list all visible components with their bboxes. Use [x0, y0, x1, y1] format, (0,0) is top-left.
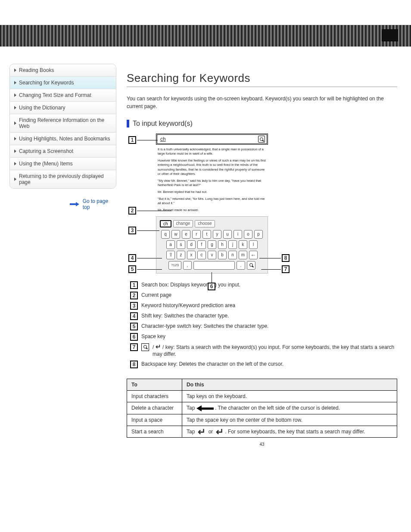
- shift-icon: ⇧: [169, 252, 173, 258]
- backspace-arrow-icon: [196, 405, 214, 411]
- chevron-right-icon: [14, 81, 16, 84]
- key: x: [187, 251, 196, 259]
- device-preview: ch It is a truth universally acknowledge…: [156, 134, 268, 274]
- legend-row: 3 Keyword history/Keyword prediction are…: [130, 302, 397, 310]
- legend-text: Search box: Displays keyword(s) you inpu…: [141, 281, 240, 289]
- suggestion-pill: change: [173, 220, 193, 227]
- key: t: [202, 230, 211, 239]
- legend-row: 7 / ↵ / key: Starts a search with the ke…: [130, 343, 397, 358]
- sample-paragraph: "My dear Mr. Bennet," said his lady to h…: [158, 179, 266, 187]
- chevron-right-icon: [14, 68, 16, 72]
- key: z: [177, 251, 185, 259]
- legend-text: Shift key: Switches the character type.: [141, 312, 229, 320]
- content: Searching for Keywords You can search fo…: [127, 64, 402, 447]
- chevron-right-icon: [14, 137, 16, 140]
- sidebar-item-label: Returning to the previously displayed pa…: [19, 173, 112, 185]
- suggestion-pill: choose: [195, 220, 215, 227]
- sidebar-item-label: Using the (Menu) Items: [19, 161, 73, 167]
- legend-text: Character-type switch key: Switches the …: [141, 323, 268, 330]
- sidebar-item-text-size[interactable]: Changing Text Size and Format: [10, 89, 116, 102]
- legend-text: Current page: [141, 292, 171, 299]
- chevron-right-icon: [14, 149, 16, 153]
- key-row: ⇧ z x c v b n m ←: [158, 251, 266, 259]
- legend-number: 1: [130, 281, 138, 289]
- table-row: Delete a character Tap . The character o…: [127, 402, 397, 414]
- legend-row: 4 Shift key: Switches the character type…: [130, 312, 397, 320]
- header-stripe: [0, 25, 411, 47]
- sidebar-item-label: Using the Dictionary: [19, 105, 65, 111]
- accent-bar-icon: [127, 120, 129, 128]
- suggestion-pill: ch: [160, 220, 171, 227]
- table-row: Input a space Tap the space key on the c…: [127, 414, 397, 426]
- sidebar-card: Reading Books Searching for Keywords Cha…: [9, 64, 116, 189]
- sidebar-item-label: Reading Books: [19, 67, 54, 73]
- space-key: [193, 261, 235, 270]
- lead-line: [212, 272, 212, 283]
- legend-text-inner: / key: Starts a search with the keyword(…: [153, 344, 394, 358]
- sidebar-item-screenshot[interactable]: Capturing a Screenshot: [10, 145, 116, 158]
- legend-list: 1 Search box: Displays keyword(s) you in…: [130, 281, 397, 369]
- table-cell-to: Delete a character: [127, 402, 182, 414]
- search-value: ch: [159, 136, 258, 143]
- sample-paragraph: "But it is," returned she; "for Mrs. Lon…: [158, 197, 266, 205]
- table-cell-do: Tap . The character on the left side of …: [182, 402, 397, 414]
- table-head: Do this: [182, 379, 397, 391]
- search-icon: [143, 345, 147, 349]
- sidebar-item-label: Finding Reference Information on the Web: [19, 117, 112, 129]
- sidebar-item-dictionary[interactable]: Using the Dictionary: [10, 102, 116, 114]
- table-cell-to: Input characters: [127, 391, 182, 402]
- legend-number: 3: [130, 302, 138, 310]
- table-row: Start a search Tap ↵ or ↵ . For some key…: [127, 426, 397, 437]
- backspace-key: ←: [249, 251, 258, 259]
- chevron-right-icon: [14, 177, 16, 181]
- callout-6: 6: [208, 283, 215, 290]
- legend-text: Space key: [141, 333, 165, 340]
- callout-1: 1: [128, 136, 136, 144]
- sidebar-item-reading-books[interactable]: Reading Books: [10, 64, 116, 77]
- search-icon: [249, 263, 253, 267]
- sidebar-item-web-reference[interactable]: Finding Reference Information on the Web: [10, 114, 116, 133]
- sample-paragraph: It is a truth universally acknowledged, …: [158, 147, 266, 156]
- go-to-top-label: Go to page top: [83, 198, 116, 210]
- enter-icon: ↵: [198, 426, 206, 437]
- top-spacer: [0, 0, 411, 25]
- sidebar-item-return[interactable]: Returning to the previously displayed pa…: [10, 170, 116, 188]
- lead-line: [137, 140, 158, 140]
- key: m: [239, 251, 247, 259]
- suggestion-row: ch change choose: [160, 220, 264, 227]
- go-to-top-link[interactable]: Go to page top: [9, 198, 116, 210]
- chevron-right-icon: [14, 106, 16, 109]
- sidebar-item-menu[interactable]: Using the (Menu) Items: [10, 158, 116, 170]
- sidebar-item-label: Capturing a Screenshot: [19, 148, 73, 154]
- divider: [127, 87, 397, 87]
- table-row: Input characters Tap keys on the keyboar…: [127, 391, 397, 402]
- legend-number: 4: [130, 312, 138, 320]
- legend-number: 5: [130, 323, 138, 330]
- callout-2: 2: [128, 207, 136, 215]
- legend-text: Keyword history/Keyword prediction area: [141, 302, 235, 309]
- table-cell-do: Tap ↵ or ↵ . For some keyboards, the key…: [182, 426, 397, 437]
- callout-5: 5: [128, 265, 136, 273]
- subheading-text: To input keyword(s): [133, 120, 193, 128]
- sidebar-item-highlights[interactable]: Using Highlights, Notes and Bookmarks: [10, 133, 116, 145]
- legend-text: / ↵ / key: Starts a search with the keyw…: [153, 343, 397, 358]
- shift-key: ⇧: [166, 251, 175, 259]
- table-cell-do: Tap keys on the keyboard.: [182, 391, 397, 402]
- callout-8: 8: [282, 254, 290, 262]
- lead-line: [261, 269, 281, 270]
- period-key: .: [237, 261, 245, 270]
- table-head: To: [127, 379, 182, 391]
- page-body: Reading Books Searching for Keywords Cha…: [0, 47, 411, 447]
- key: j: [228, 240, 237, 249]
- search-button-icon: [258, 136, 265, 143]
- legend-row: 1 Search box: Displays keyword(s) you in…: [130, 281, 397, 289]
- keyboard-area: ch change choose q w e r t y u i o: [156, 216, 268, 274]
- table-cell-do: Tap the space key on the center of the b…: [182, 414, 397, 426]
- key: d: [187, 240, 196, 249]
- sidebar-item-searching[interactable]: Searching for Keywords: [10, 77, 116, 89]
- key: e: [182, 230, 190, 239]
- sidebar: Reading Books Searching for Keywords Cha…: [9, 64, 116, 447]
- key: a: [166, 240, 175, 249]
- chevron-right-icon: [14, 162, 16, 165]
- callout-4: 4: [128, 254, 136, 262]
